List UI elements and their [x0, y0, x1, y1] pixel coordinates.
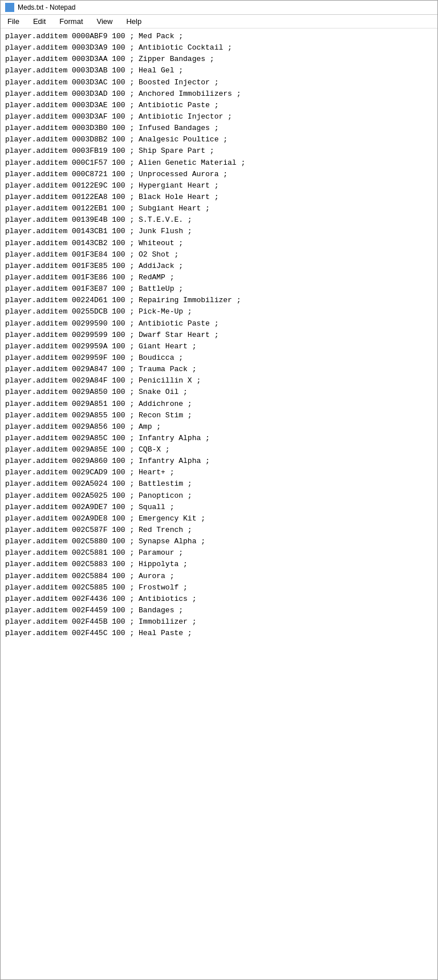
code-line: player.additem 00255DCB 100 ; Pick-Me-Up… — [5, 306, 433, 318]
code-line: player.additem 0003D3B0 100 ; Infused Ba… — [5, 123, 433, 134]
code-line: player.additem 001F3E86 100 ; RedAMP ; — [5, 272, 433, 283]
code-line: player.additem 0003D8B2 100 ; Analgesic … — [5, 134, 433, 145]
code-line: player.additem 0029959F 100 ; Boudicca ; — [5, 352, 433, 364]
code-line: player.additem 001F3E87 100 ; BattleUp ; — [5, 283, 433, 295]
notepad-icon — [5, 3, 14, 12]
menu-help[interactable]: Help — [124, 16, 144, 27]
code-line: player.additem 002C5884 100 ; Aurora ; — [5, 571, 433, 582]
code-line: player.additem 00122EB1 100 ; Subgiant H… — [5, 203, 433, 214]
code-line: player.additem 002C5881 100 ; Paramour ; — [5, 547, 433, 559]
code-line: player.additem 002C5883 100 ; Hippolyta … — [5, 559, 433, 570]
menu-format[interactable]: Format — [57, 16, 85, 27]
code-line: player.additem 0029A856 100 ; Amp ; — [5, 421, 433, 433]
code-line: player.additem 0000ABF9 100 ; Med Pack ; — [5, 31, 433, 42]
code-line: player.additem 0003D3AD 100 ; Anchored I… — [5, 88, 433, 100]
code-line: player.additem 0003D3AF 100 ; Antibiotic… — [5, 111, 433, 123]
code-line: player.additem 002A5025 100 ; Panopticon… — [5, 490, 433, 502]
text-content[interactable]: player.additem 0000ABF9 100 ; Med Pack ;… — [1, 29, 437, 979]
code-line: player.additem 0003D3AE 100 ; Antibiotic… — [5, 100, 433, 111]
window-title: Meds.txt - Notepad — [18, 3, 75, 11]
menu-view[interactable]: View — [95, 16, 115, 27]
code-line: player.additem 00122EA8 100 ; Black Hole… — [5, 192, 433, 203]
code-line: player.additem 0029959A 100 ; Giant Hear… — [5, 341, 433, 352]
menu-bar: File Edit Format View Help — [1, 15, 437, 29]
code-line: player.additem 00224D61 100 ; Repairing … — [5, 295, 433, 306]
code-line: player.additem 0003D3AC 100 ; Boosted In… — [5, 77, 433, 88]
code-line: player.additem 0029A850 100 ; Snake Oil … — [5, 387, 433, 398]
code-line: player.additem 00122E9C 100 ; Hypergiant… — [5, 180, 433, 192]
code-line: player.additem 00299599 100 ; Dwarf Star… — [5, 330, 433, 341]
notepad-window: Meds.txt - Notepad File Edit Format View… — [0, 0, 438, 980]
code-line: player.additem 002F445B 100 ; Immobilize… — [5, 616, 433, 628]
code-line: player.additem 0029A855 100 ; Recon Stim… — [5, 410, 433, 421]
code-line: player.additem 001F3E85 100 ; AddiJack ; — [5, 261, 433, 272]
code-line: player.additem 002A9DE8 100 ; Emergency … — [5, 513, 433, 524]
code-line: player.additem 002F4436 100 ; Antibiotic… — [5, 593, 433, 605]
code-line: player.additem 00143CB1 100 ; Junk Flush… — [5, 226, 433, 237]
code-line: player.additem 00299590 100 ; Antibiotic… — [5, 318, 433, 330]
code-line: player.additem 00143CB2 100 ; Whiteout ; — [5, 238, 433, 249]
code-line: player.additem 002C5880 100 ; Synapse Al… — [5, 536, 433, 547]
code-line: player.additem 0003D3A9 100 ; Antibiotic… — [5, 42, 433, 54]
code-line: player.additem 001F3E84 100 ; O2 Shot ; — [5, 249, 433, 261]
code-line: player.additem 0029A847 100 ; Trauma Pac… — [5, 364, 433, 375]
code-line: player.additem 0029A85E 100 ; CQB-X ; — [5, 444, 433, 456]
code-line: player.additem 0029A85C 100 ; Infantry A… — [5, 433, 433, 444]
code-line: player.additem 000C1F57 100 ; Alien Gene… — [5, 157, 433, 169]
menu-file[interactable]: File — [5, 16, 22, 27]
code-line: player.additem 0029A851 100 ; Addichrone… — [5, 398, 433, 410]
code-line: player.additem 002A5024 100 ; Battlestim… — [5, 478, 433, 490]
code-line: player.additem 0029A84F 100 ; Penicillin… — [5, 375, 433, 387]
code-line: player.additem 000C8721 100 ; Unprocesse… — [5, 169, 433, 180]
menu-edit[interactable]: Edit — [31, 16, 48, 27]
code-line: player.additem 0029A860 100 ; Infantry A… — [5, 456, 433, 467]
code-line: player.additem 0003D3AB 100 ; Heal Gel ; — [5, 65, 433, 76]
code-line: player.additem 002C587F 100 ; Red Trench… — [5, 524, 433, 536]
code-line: player.additem 0003D3AA 100 ; Zipper Ban… — [5, 54, 433, 65]
code-line: player.additem 00139E4B 100 ; S.T.E.V.E.… — [5, 214, 433, 226]
code-line: player.additem 002C5885 100 ; Frostwolf … — [5, 582, 433, 593]
code-line: player.additem 002A9DE7 100 ; Squall ; — [5, 502, 433, 513]
code-line: player.additem 0029CAD9 100 ; Heart+ ; — [5, 467, 433, 478]
code-line: player.additem 002F445C 100 ; Heal Paste… — [5, 628, 433, 639]
code-line: player.additem 0003FB19 100 ; Ship Spare… — [5, 145, 433, 157]
title-bar: Meds.txt - Notepad — [1, 1, 437, 15]
code-line: player.additem 002F4459 100 ; Bandages ; — [5, 605, 433, 616]
